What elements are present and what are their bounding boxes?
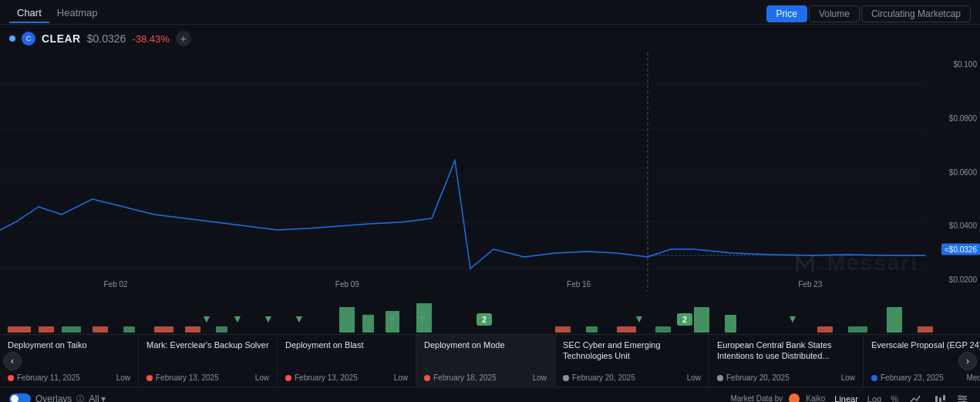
nav-left-button[interactable]: ‹ xyxy=(3,352,22,370)
x-label-4: Feb 23 xyxy=(798,280,822,289)
news-card-4[interactable]: SEC Cyber and Emerging Technologies Unit… xyxy=(555,335,709,387)
line-chart-icon[interactable] xyxy=(908,390,924,403)
svg-rect-42 xyxy=(939,397,941,402)
news-title-1: Mark: Everclear's Backup Solver xyxy=(146,340,269,350)
bottom-bar: Overlays ⓘ All ▾ Market Data by Kaiko Li… xyxy=(0,387,980,402)
add-button[interactable]: + xyxy=(176,31,191,46)
ticker-price: $0.0326 xyxy=(87,32,126,45)
svg-rect-38 xyxy=(848,326,867,333)
svg-rect-15 xyxy=(339,307,355,333)
sentiment-label-6: Medium xyxy=(966,373,980,382)
news-meta-0: February 11, 2025 Low xyxy=(8,373,130,382)
svg-rect-35 xyxy=(694,307,709,333)
scale-percent-btn[interactable]: % xyxy=(887,393,901,403)
y-label-4: $0.0400 xyxy=(929,221,977,230)
sentiment-label-3: Low xyxy=(533,373,547,382)
news-meta-4: February 20, 2025 Low xyxy=(563,373,701,382)
btn-price[interactable]: Price xyxy=(766,5,807,22)
info-icon: ⓘ xyxy=(76,394,84,403)
tab-heatmap[interactable]: Heatmap xyxy=(49,4,106,23)
overlays-toggle[interactable] xyxy=(9,394,31,403)
sentiment-dot-2 xyxy=(285,375,291,381)
news-date-1: February 13, 2025 xyxy=(156,373,219,382)
news-date-6: February 23, 2025 xyxy=(881,373,944,382)
news-card-1[interactable]: Mark: Everclear's Backup Solver February… xyxy=(139,335,278,387)
svg-rect-12 xyxy=(154,326,173,333)
news-cards-row: ‹ Deployment on Taiko February 11, 2025 … xyxy=(0,334,980,387)
ticker-name: CLEAR xyxy=(42,32,81,45)
sentiment-dot-5 xyxy=(717,375,723,381)
ticker-info: C CLEAR $0.0326 -38.43% + xyxy=(9,31,191,46)
svg-text:▼: ▼ xyxy=(263,312,274,325)
x-label-2: Feb 09 xyxy=(335,280,359,289)
svg-rect-39 xyxy=(887,307,902,333)
sentiment-label-2: Low xyxy=(394,373,408,382)
chevron-down-icon: ▾ xyxy=(101,394,106,403)
svg-rect-31 xyxy=(555,326,571,333)
news-card-5[interactable]: European Central Bank States Intentions … xyxy=(709,335,864,387)
header-tabs: Chart Heatmap Price Volume Circulating M… xyxy=(0,0,980,25)
x-label-3: Feb 16 xyxy=(567,280,591,289)
news-title-0: Deployment on Taiko xyxy=(8,340,130,350)
x-label-1: Feb 02 xyxy=(104,280,128,289)
sentiment-dot-6 xyxy=(871,375,877,381)
news-title-5: European Central Bank States Intentions … xyxy=(717,340,855,362)
nav-right-button[interactable]: › xyxy=(958,352,977,370)
news-meta-1: February 13, 2025 Low xyxy=(146,373,269,382)
sentiment-label-4: Low xyxy=(687,373,701,382)
svg-rect-32 xyxy=(586,326,598,333)
events-bars-svg: ▼ ▼ ▼ ▼ ▼ ▼ ▼ ▼ 2 2 xyxy=(0,292,980,334)
svg-text:2: 2 xyxy=(682,316,687,324)
x-axis-labels: Feb 02 Feb 09 Feb 16 Feb 23 xyxy=(0,280,926,289)
svg-rect-36 xyxy=(725,315,736,333)
svg-text:▼: ▼ xyxy=(232,312,243,325)
news-meta-2: February 13, 2025 Low xyxy=(285,373,408,382)
y-label-5: $0.0200 xyxy=(929,275,977,284)
news-meta-6: February 23, 2025 Medium xyxy=(871,373,980,382)
svg-rect-34 xyxy=(655,326,671,333)
all-dropdown[interactable]: All ▾ xyxy=(89,394,105,403)
chart-type-buttons: Price Volume Circulating Marketcap xyxy=(766,5,971,22)
candlestick-icon[interactable] xyxy=(931,390,948,403)
btn-marketcap[interactable]: Circulating Marketcap xyxy=(861,5,971,22)
tab-chart[interactable]: Chart xyxy=(9,4,49,23)
sentiment-label-5: Low xyxy=(841,373,855,382)
ticker-change: -38.43% xyxy=(132,33,169,45)
bottom-right: Market Data by Kaiko Linear Log % xyxy=(730,390,971,403)
scale-log-btn[interactable]: Log xyxy=(864,393,884,403)
sentiment-dot-4 xyxy=(563,375,569,381)
chart-area: $0.100 $0.0800 $0.0600 $0.0400 $0.0200 ≈… xyxy=(0,52,980,292)
svg-text:2: 2 xyxy=(482,316,487,324)
news-date-0: February 11, 2025 xyxy=(17,373,80,382)
news-title-6: Everscale Proposal (EGP 24) xyxy=(871,340,980,350)
events-bar-area: ▼ ▼ ▼ ▼ ▼ ▼ ▼ ▼ 2 2 xyxy=(0,292,980,334)
settings-icon[interactable] xyxy=(954,390,971,403)
btn-volume[interactable]: Volume xyxy=(809,5,860,22)
svg-rect-7 xyxy=(8,326,31,333)
news-title-2: Deployment on Blast xyxy=(285,340,408,350)
svg-rect-33 xyxy=(617,326,636,333)
kaiko-logo xyxy=(789,394,800,403)
svg-rect-16 xyxy=(362,315,374,333)
news-card-3[interactable]: Deployment on Mode February 18, 2025 Low xyxy=(416,335,555,387)
scale-linear-btn[interactable]: Linear xyxy=(831,393,861,403)
news-card-2[interactable]: Deployment on Blast February 13, 2025 Lo… xyxy=(278,335,416,387)
y-label-2: $0.0800 xyxy=(929,114,977,123)
overlays-label: Overlays xyxy=(35,394,72,403)
news-date-4: February 20, 2025 xyxy=(572,373,635,382)
sentiment-label-1: Low xyxy=(255,373,269,382)
sentiment-label-0: Low xyxy=(116,373,130,382)
price-badge: ≈$0.0326 xyxy=(941,244,980,255)
svg-rect-13 xyxy=(185,326,200,333)
svg-text:▼: ▼ xyxy=(787,312,798,325)
news-date-2: February 13, 2025 xyxy=(295,373,358,382)
svg-rect-37 xyxy=(817,326,833,333)
kaiko-label: Kaiko xyxy=(806,394,825,402)
y-axis-labels: $0.100 $0.0800 $0.0600 $0.0400 $0.0200 xyxy=(926,52,980,292)
messari-watermark: Messari xyxy=(793,251,918,276)
svg-text:▼: ▼ xyxy=(294,312,305,325)
sentiment-dot-0 xyxy=(8,375,14,381)
svg-rect-8 xyxy=(39,326,54,333)
news-title-4: SEC Cyber and Emerging Technologies Unit xyxy=(563,340,701,362)
svg-point-47 xyxy=(959,395,961,397)
